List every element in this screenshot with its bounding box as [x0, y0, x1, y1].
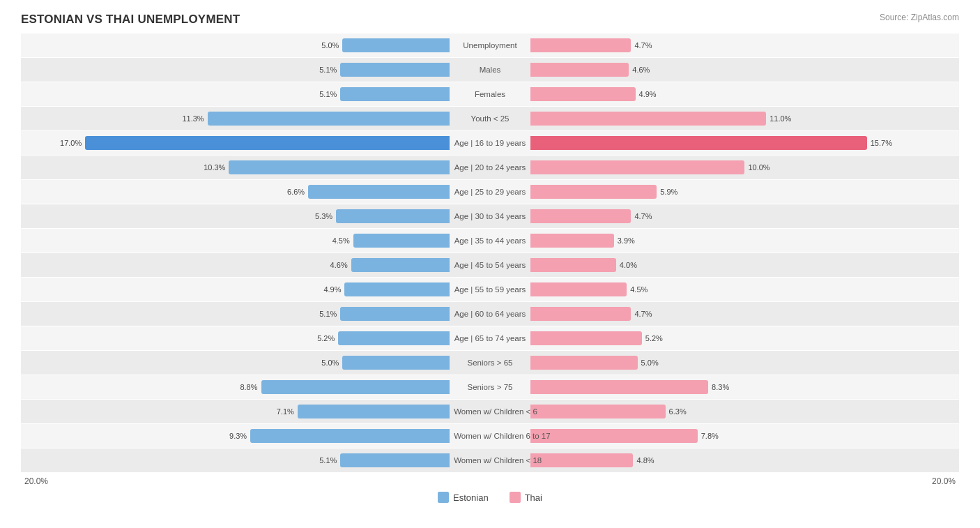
bar-estonian: [340, 87, 450, 101]
bar-left-container: 5.0%: [21, 356, 452, 370]
bar-right-container: 4.7%: [528, 38, 959, 52]
legend: Estonian Thai: [21, 492, 959, 503]
value-left: 4.6%: [330, 261, 348, 269]
row-label: Males: [452, 66, 528, 74]
chart-row: 5.2% Age | 65 to 74 years 5.2%: [21, 326, 959, 350]
bar-right-container: 4.5%: [528, 282, 959, 296]
bar-right-container: 4.8%: [528, 453, 959, 467]
bar-estonian: [342, 356, 450, 370]
chart-row: 10.3% Age | 20 to 24 years 10.0%: [21, 156, 959, 179]
bar-right-container: 4.7%: [528, 209, 959, 223]
legend-box-thai: [510, 492, 521, 503]
value-right: 4.8%: [636, 456, 654, 465]
axis-left: 20.0%: [21, 476, 452, 486]
bar-right-container: 5.0%: [528, 356, 959, 370]
row-label: Age | 20 to 24 years: [452, 163, 528, 172]
value-left: 6.6%: [287, 188, 305, 196]
value-left: 5.1%: [319, 90, 337, 98]
bar-estonian: [250, 429, 450, 443]
row-label: Seniors > 65: [452, 359, 528, 367]
value-left: 11.3%: [182, 114, 204, 123]
bar-left-container: 5.0%: [21, 38, 452, 52]
chart-container: ESTONIAN VS THAI UNEMPLOYMENT Source: Zi…: [0, 0, 980, 528]
chart-row: 6.6% Age | 25 to 29 years 5.9%: [21, 180, 959, 204]
bar-estonian: [340, 453, 450, 467]
value-left: 5.2%: [317, 334, 335, 342]
value-left: 10.3%: [204, 163, 225, 172]
value-right: 15.7%: [871, 139, 892, 147]
chart-row: 17.0% Age | 16 to 19 years 15.7%: [21, 131, 959, 155]
chart-row: 5.3% Age | 30 to 34 years 4.7%: [21, 204, 959, 228]
bar-thai: [530, 282, 627, 296]
value-right: 5.2%: [645, 334, 663, 342]
bar-thai: [530, 209, 631, 223]
value-right: 11.0%: [770, 114, 791, 123]
value-left: 17.0%: [60, 139, 82, 147]
value-right: 4.7%: [634, 212, 652, 220]
bar-estonian: [353, 234, 450, 248]
bar-left-container: 10.3%: [21, 160, 452, 174]
bar-right-container: 4.9%: [528, 87, 959, 101]
bar-estonian: [340, 63, 450, 77]
row-label: Age | 35 to 44 years: [452, 236, 528, 245]
bar-right-container: 6.3%: [528, 405, 959, 418]
chart-row: 8.8% Seniors > 75 8.3%: [21, 375, 959, 399]
value-right: 4.7%: [634, 310, 652, 318]
value-right: 4.9%: [639, 90, 657, 98]
row-label: Age | 55 to 59 years: [452, 285, 528, 294]
bar-right-container: 4.6%: [528, 63, 959, 77]
bar-right-container: 10.0%: [528, 160, 959, 174]
bar-left-container: 5.1%: [21, 63, 452, 77]
bar-estonian: [298, 405, 450, 418]
bar-thai: [530, 112, 766, 126]
bar-thai: [530, 87, 636, 101]
value-right: 3.9%: [618, 236, 635, 245]
value-left: 4.9%: [323, 285, 341, 294]
value-left: 5.1%: [319, 66, 337, 74]
value-right: 6.3%: [669, 407, 687, 416]
row-label: Age | 25 to 29 years: [452, 188, 528, 196]
chart-row: 7.1% Women w/ Children < 6 6.3%: [21, 400, 959, 423]
bar-thai: [530, 380, 708, 394]
chart-row: 4.6% Age | 45 to 54 years 4.0%: [21, 253, 959, 277]
bar-right-container: 7.8%: [528, 429, 959, 443]
bar-left-container: 5.1%: [21, 307, 452, 321]
bar-estonian: [229, 160, 450, 174]
legend-thai: Thai: [510, 492, 542, 503]
bar-left-container: 11.3%: [21, 112, 452, 126]
chart-row: 5.1% Males 4.6%: [21, 58, 959, 82]
legend-estonian-label: Estonian: [453, 492, 489, 503]
bar-left-container: 4.9%: [21, 282, 452, 296]
value-right: 7.8%: [701, 432, 719, 440]
chart-row: 9.3% Women w/ Children 6 to 17 7.8%: [21, 424, 959, 448]
bar-thai: [530, 63, 629, 77]
value-right: 5.0%: [641, 359, 659, 367]
bar-estonian: [336, 209, 450, 223]
value-right: 10.0%: [748, 163, 770, 172]
legend-box-estonian: [438, 492, 449, 503]
row-label: Age | 45 to 54 years: [452, 261, 528, 269]
legend-estonian: Estonian: [438, 492, 489, 503]
bar-left-container: 7.1%: [21, 405, 452, 418]
row-label: Age | 65 to 74 years: [452, 334, 528, 342]
bar-estonian: [308, 185, 450, 199]
row-label: Age | 16 to 19 years: [452, 139, 528, 147]
value-left: 7.1%: [277, 407, 294, 416]
bar-thai: [530, 307, 631, 321]
bar-thai: [530, 160, 745, 174]
chart-row: 5.1% Females 4.9%: [21, 82, 959, 106]
bar-left-container: 4.6%: [21, 258, 452, 272]
row-label: Age | 30 to 34 years: [452, 212, 528, 220]
chart-row: 4.9% Age | 55 to 59 years 4.5%: [21, 278, 959, 301]
bar-estonian: [261, 380, 450, 394]
bar-estonian: [351, 258, 450, 272]
bar-right-container: 4.0%: [528, 258, 959, 272]
value-right: 8.3%: [712, 383, 729, 391]
value-right: 4.7%: [634, 41, 652, 50]
bar-estonian: [208, 112, 450, 126]
bar-estonian: [344, 282, 450, 296]
row-label: Women w/ Children < 6: [452, 407, 528, 416]
bar-left-container: 8.8%: [21, 380, 452, 394]
bar-thai: [530, 38, 631, 52]
bar-left-container: 17.0%: [21, 136, 452, 150]
